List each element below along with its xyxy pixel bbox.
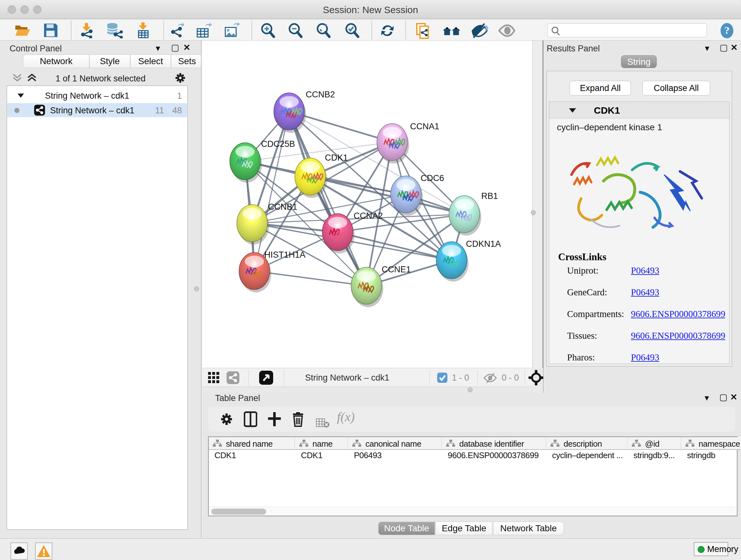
column-header-description[interactable]: description bbox=[546, 437, 627, 450]
column-header-database-identifier[interactable]: database identifier bbox=[442, 437, 546, 450]
collapse-all-button[interactable]: Collapse All bbox=[643, 81, 710, 96]
show-all-icon[interactable] bbox=[498, 22, 515, 38]
table-horizontal-scrollbar[interactable] bbox=[209, 507, 737, 516]
close-panel-icon[interactable]: ✕ bbox=[730, 392, 738, 402]
column-header-namespace[interactable]: namespace bbox=[681, 437, 741, 450]
table-cell[interactable]: stringdb:9... bbox=[628, 450, 681, 462]
toolbar-separator bbox=[71, 21, 71, 39]
grid-view-icon[interactable] bbox=[208, 372, 220, 383]
close-panel-icon[interactable]: ✕ bbox=[731, 43, 738, 53]
crosslink-link[interactable]: P06493 bbox=[631, 265, 659, 275]
export-image-icon[interactable] bbox=[223, 22, 240, 38]
cloud-status-button[interactable] bbox=[10, 543, 28, 560]
results-panel-splitter[interactable] bbox=[532, 41, 543, 368]
maximize-panel-icon[interactable]: ▢ bbox=[719, 392, 728, 402]
refresh-icon[interactable] bbox=[379, 22, 396, 38]
expand-all-button[interactable]: Expand All bbox=[569, 81, 631, 96]
network-node-CDKN1A[interactable]: CDKN1A bbox=[436, 239, 501, 282]
export-network-icon[interactable] bbox=[169, 22, 185, 38]
tab-network[interactable]: Network bbox=[23, 55, 89, 68]
maximize-panel-icon[interactable]: ▢ bbox=[720, 43, 728, 53]
hide-selected-icon[interactable] bbox=[470, 22, 487, 38]
tab-node-table[interactable]: Node Table bbox=[378, 522, 435, 535]
table-cell[interactable]: stringdb bbox=[681, 450, 741, 462]
function-builder-icon[interactable]: f(x) bbox=[337, 409, 355, 425]
collapse-triangle-icon[interactable] bbox=[17, 92, 24, 99]
add-column-icon[interactable] bbox=[267, 411, 281, 427]
memory-button[interactable]: Memory bbox=[694, 542, 728, 556]
table-cell[interactable]: P06493 bbox=[348, 450, 442, 462]
open-session-icon[interactable] bbox=[14, 22, 30, 38]
string-results-container: Expand All Collapse All CDK1 cyclin–depe… bbox=[546, 71, 732, 367]
delete-table-icon[interactable] bbox=[316, 415, 330, 431]
warnings-button[interactable] bbox=[35, 543, 52, 560]
zoom-out-icon[interactable] bbox=[287, 22, 304, 38]
network-options-gear-icon[interactable] bbox=[174, 72, 186, 84]
tab-network-table[interactable]: Network Table bbox=[493, 522, 564, 535]
zoom-fit-icon[interactable] bbox=[315, 22, 332, 38]
table-options-gear-icon[interactable] bbox=[219, 411, 233, 427]
save-session-icon[interactable] bbox=[42, 22, 59, 38]
search-input[interactable] bbox=[563, 24, 703, 37]
network-node-CCNE1[interactable]: CCNE1 bbox=[351, 265, 411, 307]
tab-sets[interactable]: Sets bbox=[171, 55, 203, 68]
help-icon[interactable]: ? bbox=[719, 22, 735, 38]
crosslink-link[interactable]: 9606.ENSP00000378699 bbox=[631, 330, 725, 341]
tab-style[interactable]: Style bbox=[89, 55, 130, 68]
crosslink-link[interactable]: P06493 bbox=[631, 287, 659, 297]
table-cell[interactable]: cyclin–dependent ... bbox=[546, 450, 627, 462]
import-network-file-icon[interactable] bbox=[78, 22, 95, 38]
column-header-name[interactable]: name bbox=[295, 437, 348, 450]
selected-checkbox-icon[interactable] bbox=[437, 373, 448, 383]
float-panel-icon[interactable]: ▾ bbox=[156, 43, 160, 53]
network-canvas[interactable]: CCNB2CCNA1CDC25BCDK1CDC6RB1CCNB1CCNA2CDK… bbox=[202, 41, 532, 368]
float-panel-icon[interactable]: ▾ bbox=[704, 393, 709, 403]
network-row[interactable]: String Network – cdk1 11 48 bbox=[7, 103, 187, 117]
network-edge-CCNB2-CCNE1[interactable] bbox=[289, 111, 366, 286]
float-view-icon[interactable] bbox=[226, 371, 239, 384]
tab-string[interactable]: String bbox=[621, 55, 657, 68]
show-columns-icon[interactable] bbox=[244, 411, 257, 427]
clone-network-icon[interactable] bbox=[414, 22, 431, 38]
network-node-CDC25B[interactable]: CDC25B bbox=[230, 139, 295, 183]
scrollbar-thumb[interactable] bbox=[211, 509, 266, 515]
maximize-panel-icon[interactable]: ▢ bbox=[171, 43, 179, 53]
column-type-icon bbox=[631, 439, 641, 448]
first-neighbors-icon[interactable] bbox=[442, 22, 459, 38]
import-network-database-icon[interactable] bbox=[105, 22, 122, 38]
float-panel-icon[interactable]: ▾ bbox=[705, 43, 710, 53]
column-header-canonical-name[interactable]: canonical name bbox=[348, 437, 442, 450]
crosslink-link[interactable]: 9606.ENSP00000378699 bbox=[631, 309, 725, 319]
network-node-HIST1H1A[interactable]: HIST1H1A bbox=[239, 250, 306, 293]
column-header-shared-name[interactable]: shared name bbox=[209, 437, 295, 450]
birds-eye-view-icon[interactable] bbox=[259, 371, 273, 385]
collapse-triangle-icon[interactable] bbox=[568, 107, 577, 114]
crosslink-link[interactable]: P06493 bbox=[631, 352, 659, 362]
close-panel-icon[interactable]: ✕ bbox=[183, 43, 191, 53]
application-statusbar: Memory bbox=[0, 538, 741, 560]
table-cell[interactable]: CDK1 bbox=[295, 450, 348, 462]
network-node-CDC6[interactable]: CDC6 bbox=[391, 173, 444, 216]
network-collection-row[interactable]: String Network – cdk1 1 bbox=[7, 88, 187, 103]
column-header-@id[interactable]: @id bbox=[628, 437, 681, 450]
network-node-RB1[interactable]: RB1 bbox=[449, 191, 498, 236]
tab-edge-table[interactable]: Edge Table bbox=[435, 522, 492, 535]
zoom-selected-icon[interactable] bbox=[344, 22, 360, 38]
protein-card-header[interactable]: CDK1 bbox=[549, 102, 729, 118]
splitter-grip[interactable] bbox=[468, 387, 473, 392]
network-node-CCNB2[interactable]: CCNB2 bbox=[274, 90, 335, 133]
table-cell[interactable]: CDK1 bbox=[209, 450, 295, 462]
tab-select[interactable]: Select bbox=[130, 55, 171, 68]
crosslink-row: Pharos:P06493 bbox=[567, 352, 659, 363]
delete-column-icon[interactable] bbox=[292, 411, 305, 427]
network-node-CDK1[interactable]: CDK1 bbox=[295, 153, 348, 198]
splitter-grip[interactable] bbox=[531, 210, 536, 215]
zoom-in-icon[interactable] bbox=[260, 22, 276, 38]
table-cell[interactable]: 9606.ENSP00000378699 bbox=[442, 450, 546, 462]
export-table-icon[interactable] bbox=[195, 22, 212, 38]
window-title: Session: New Session bbox=[0, 4, 741, 15]
import-table-file-icon[interactable] bbox=[135, 22, 151, 38]
network-node-CCNB1[interactable]: CCNB1 bbox=[237, 202, 297, 245]
fit-content-crosshair-icon[interactable] bbox=[529, 370, 544, 385]
splitter-grip[interactable] bbox=[194, 287, 199, 292]
